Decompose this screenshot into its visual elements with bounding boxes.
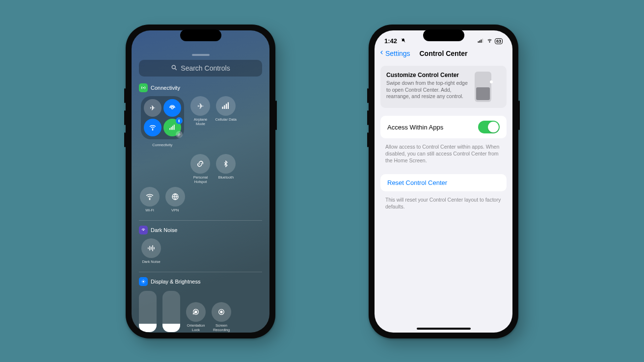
volume-slider-tile[interactable] [162, 291, 180, 332]
record-icon [212, 302, 231, 322]
wifi-icon [140, 187, 160, 207]
section-header-darknoise: Dark Noise [139, 226, 262, 234]
svg-line-28 [144, 280, 145, 281]
svg-point-13 [149, 199, 150, 200]
svg-rect-12 [228, 103, 229, 109]
brightness-slider[interactable] [139, 291, 157, 332]
svg-point-4 [152, 129, 153, 130]
wifi-tile[interactable]: Wi-Fi [139, 187, 161, 216]
section-title: Connectivity [151, 85, 180, 91]
globe-icon [165, 187, 185, 207]
dynamic-island [423, 29, 464, 41]
sun-icon [139, 277, 148, 286]
svg-rect-37 [482, 38, 483, 42]
tile-label: VPN [171, 208, 179, 216]
row-label: Reset Control Center [387, 179, 447, 186]
phone-left: Search Controls Connectivity ✈︎ [126, 25, 275, 338]
back-button[interactable]: Settings [379, 49, 420, 58]
link-mini-icon [176, 131, 183, 138]
sheet-grabber[interactable] [192, 54, 210, 56]
svg-point-38 [489, 42, 490, 42]
cellular-bars-icon [216, 96, 236, 116]
darknoise-app-icon [139, 226, 148, 234]
hero-body: Swipe down from the top-right edge to op… [386, 80, 470, 100]
control-center-editor-screen: Search Controls Connectivity ✈︎ [132, 30, 269, 333]
svg-point-15 [143, 230, 144, 231]
bluetooth-tile[interactable]: Bluetooth [215, 154, 237, 184]
airdrop-icon [163, 99, 181, 117]
personal-hotspot-tile[interactable]: Personal Hotspot [190, 154, 212, 184]
section-header-display: Display & Brightness [139, 277, 262, 286]
tile-label: Personal Hotspot [193, 176, 208, 184]
reset-control-center-button[interactable]: Reset Control Center [380, 174, 507, 191]
volume-slider[interactable] [162, 291, 180, 332]
svg-rect-8 [174, 125, 175, 129]
tile-label: Wi-Fi [145, 208, 154, 216]
svg-rect-6 [171, 127, 172, 130]
access-within-apps-row[interactable]: Access Within Apps [380, 116, 507, 138]
dark-noise-tile[interactable]: Dark Noise [139, 238, 163, 268]
home-indicator [417, 328, 471, 330]
access-within-apps-card: Access Within Apps [380, 116, 507, 138]
svg-rect-20 [154, 247, 155, 250]
tile-label: Connectivity [152, 143, 172, 151]
svg-line-26 [142, 280, 142, 281]
bluetooth-icon [216, 154, 236, 174]
brightness-slider-tile[interactable] [139, 291, 157, 332]
svg-point-0 [172, 65, 176, 69]
tile-label: Orientation Lock [187, 324, 205, 332]
screen-recording-tile[interactable]: Screen Recording [212, 302, 231, 332]
search-icon [171, 64, 178, 73]
back-label: Settings [385, 50, 410, 57]
lock-rotation-icon [186, 302, 206, 322]
search-placeholder: Search Controls [181, 64, 230, 72]
settings-control-center-screen: 1:42 63 S [375, 30, 512, 333]
bluetooth-mini-icon [176, 117, 183, 124]
customize-hero-card: Customize Control Center Swipe down from… [380, 66, 507, 108]
hotspot-icon [190, 154, 210, 174]
svg-rect-30 [195, 311, 197, 313]
section-divider [139, 272, 262, 272]
section-divider [139, 220, 262, 221]
tile-label: Bluetooth [218, 176, 234, 183]
vpn-tile[interactable]: VPN [164, 187, 186, 216]
airplane-icon: ✈︎ [144, 99, 161, 117]
svg-rect-7 [172, 126, 173, 130]
section-title: Display & Brightness [151, 279, 201, 284]
tile-label: Dark Noise [142, 260, 160, 268]
cellular-data-tile[interactable]: Cellular Data [215, 96, 237, 151]
wifi-icon [144, 119, 161, 136]
display-brightness-row: Orientation Lock Screen Recording [139, 291, 262, 332]
svg-rect-16 [148, 248, 149, 249]
tile-label: Airplane Mode [190, 118, 212, 126]
bell-slash-icon [401, 37, 406, 45]
svg-line-29 [142, 283, 142, 283]
nav-bar: Settings Control Center [375, 46, 512, 63]
cellular-signal-icon [478, 38, 484, 44]
airplane-mode-tile[interactable]: ✈︎ Airplane Mode [190, 96, 212, 151]
wifi-icon [486, 38, 493, 44]
section-header-connectivity: Connectivity [139, 83, 262, 92]
cellular-icon [163, 119, 181, 136]
orientation-lock-tile[interactable]: Orientation Lock [186, 302, 206, 332]
chevron-left-icon [379, 49, 384, 58]
hero-title: Customize Control Center [386, 72, 470, 78]
section-title: Dark Noise [151, 227, 177, 233]
tile-label: Screen Recording [213, 324, 230, 332]
svg-rect-5 [169, 128, 170, 130]
svg-rect-9 [222, 107, 223, 109]
airplane-icon: ✈︎ [190, 96, 210, 116]
tile-label: Cellular Data [215, 118, 237, 126]
search-controls-field[interactable]: Search Controls [139, 60, 262, 77]
connectivity-cluster-tile[interactable]: ✈︎ [141, 96, 184, 139]
status-time: 1:42 [384, 37, 397, 45]
svg-point-3 [171, 107, 173, 109]
battery-indicator: 63 [495, 38, 503, 44]
svg-point-2 [143, 87, 143, 88]
svg-rect-36 [481, 39, 482, 42]
access-toggle[interactable] [478, 121, 500, 133]
row-label: Access Within Apps [387, 124, 443, 131]
waveform-icon [141, 238, 161, 258]
svg-rect-34 [478, 41, 479, 43]
access-note: Allow access to Control Center within ap… [375, 141, 512, 171]
